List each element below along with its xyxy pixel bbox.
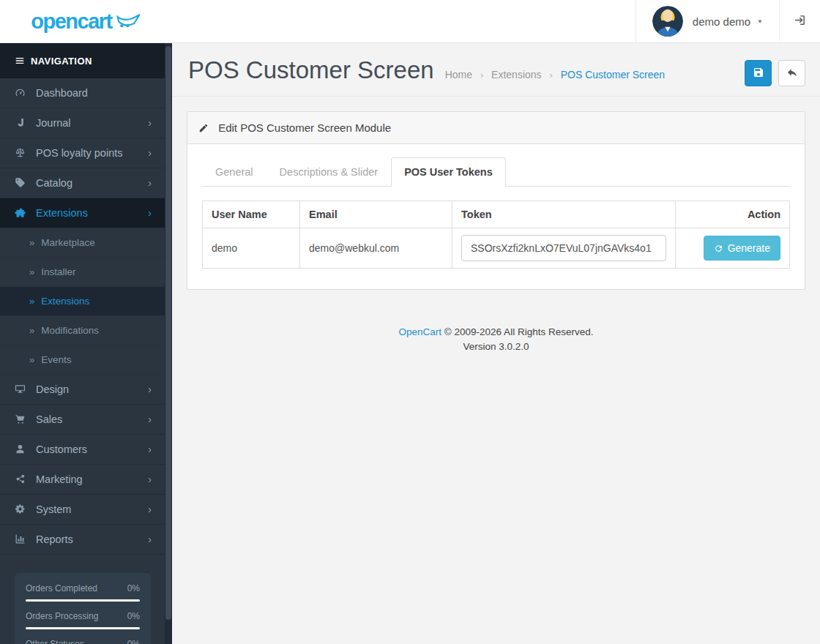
- copyright-text: © 2009-2026 All Rights Reserved.: [441, 326, 593, 337]
- angle-double-right-icon: »: [29, 296, 34, 307]
- sign-out-icon: [794, 14, 806, 29]
- stat-orders-processing: Orders Processing 0%: [26, 611, 140, 629]
- sidebar-item-journal[interactable]: Journal ›: [0, 108, 165, 138]
- user-menu-button[interactable]: demo demo ▼: [636, 0, 779, 42]
- gear-icon: [15, 503, 31, 516]
- tab-pos-user-tokens[interactable]: POS User Tokens: [391, 157, 506, 187]
- save-button[interactable]: [745, 60, 772, 86]
- breadcrumb-extensions[interactable]: Extensions: [491, 69, 541, 80]
- sidebar-subitem-extensions[interactable]: » Extensions: [0, 287, 165, 316]
- angle-double-right-icon: »: [29, 354, 34, 365]
- sidebar-item-reports[interactable]: Reports ›: [0, 525, 165, 555]
- opencart-logo-text: opencart: [31, 10, 111, 34]
- stat-value: 0%: [127, 639, 140, 644]
- stat-value: 0%: [127, 583, 140, 594]
- sidebar-item-design[interactable]: Design ›: [0, 375, 165, 405]
- column-header-user-name: User Name: [203, 201, 300, 228]
- back-icon: [786, 67, 798, 80]
- version-text: Version 3.0.2.0: [172, 340, 820, 354]
- chevron-right-icon: ›: [148, 503, 152, 515]
- sidebar-stats-panel: Orders Completed 0% Orders Processing 0%…: [15, 573, 151, 644]
- sidebar-item-catalog[interactable]: Catalog ›: [0, 168, 165, 198]
- opencart-footer-link[interactable]: OpenCart: [399, 326, 442, 337]
- opencart-cart-icon: [116, 12, 141, 30]
- breadcrumb-home[interactable]: Home: [445, 69, 472, 80]
- breadcrumb-current: POS Customer Screen: [561, 69, 665, 80]
- sidebar-subitem-marketplace[interactable]: » Marketplace: [0, 228, 165, 258]
- main-content: POS Customer Screen Home › Extensions › …: [172, 43, 820, 644]
- stat-label: Other Statuses: [26, 639, 84, 644]
- back-button[interactable]: [778, 60, 805, 86]
- chevron-right-icon: ›: [148, 177, 152, 189]
- desktop-icon: [15, 383, 31, 396]
- sidebar-item-dashboard[interactable]: Dashboard: [0, 78, 165, 108]
- scale-icon: [15, 147, 31, 160]
- column-header-token: Token: [452, 201, 676, 228]
- table-header-row: User Name Email Token Action: [203, 201, 790, 228]
- journal-icon: [15, 117, 31, 130]
- sidebar-scrollbar-track[interactable]: [165, 43, 172, 644]
- user-icon: [15, 443, 31, 456]
- sign-out-button[interactable]: [780, 0, 820, 42]
- chevron-right-icon: ›: [148, 413, 152, 425]
- sidebar-item-marketing[interactable]: Marketing ›: [0, 465, 165, 495]
- menu-icon: [15, 55, 25, 67]
- sidebar-item-pos-loyalty-points[interactable]: POS loyalty points ›: [0, 138, 165, 168]
- column-header-action: Action: [676, 201, 790, 228]
- angle-double-right-icon: »: [29, 237, 34, 248]
- chevron-right-icon: ›: [148, 207, 152, 219]
- caret-down-icon: ▼: [757, 18, 763, 25]
- page-header: POS Customer Screen Home › Extensions › …: [172, 43, 820, 97]
- cell-user-name: demo: [203, 228, 300, 269]
- tab-descriptions-slider[interactable]: Descriptions & Slider: [266, 157, 392, 187]
- column-header-email: Email: [300, 201, 452, 228]
- angle-double-right-icon: »: [29, 266, 34, 277]
- refresh-icon: [714, 243, 723, 254]
- sidebar-item-sales[interactable]: Sales ›: [0, 405, 165, 435]
- table-row: demo demo@webkul.com Generate: [203, 228, 790, 269]
- save-icon: [753, 67, 764, 80]
- tags-icon: [15, 177, 31, 190]
- chevron-right-icon: ›: [148, 443, 152, 455]
- cell-action: Generate: [676, 228, 790, 269]
- navigation-header: NAVIGATION: [0, 43, 165, 78]
- opencart-logo[interactable]: opencart: [0, 0, 172, 42]
- footer: OpenCart © 2009-2026 All Rights Reserved…: [172, 290, 820, 353]
- breadcrumb-separator: ›: [549, 70, 552, 80]
- chevron-right-icon: ›: [148, 383, 152, 395]
- tab-bar: General Descriptions & Slider POS User T…: [202, 157, 790, 187]
- breadcrumb: Home › Extensions › POS Customer Screen: [445, 69, 665, 80]
- user-area: demo demo ▼: [636, 0, 820, 42]
- chevron-right-icon: ›: [148, 533, 152, 545]
- chevron-right-icon: ›: [148, 473, 152, 485]
- sidebar-item-extensions[interactable]: Extensions ›: [0, 198, 165, 228]
- share-icon: [15, 473, 31, 486]
- user-name: demo demo: [693, 15, 750, 28]
- sidebar-subitem-events[interactable]: » Events: [0, 345, 165, 375]
- panel-body: General Descriptions & Slider POS User T…: [187, 144, 805, 289]
- pos-user-tokens-table: User Name Email Token Action demo demo@w…: [202, 201, 790, 269]
- panel-heading: Edit POS Customer Screen Module: [187, 112, 805, 144]
- cell-email: demo@webkul.com: [300, 228, 452, 269]
- generate-button[interactable]: Generate: [704, 236, 780, 261]
- puzzle-icon: [15, 207, 31, 220]
- sidebar-subitem-installer[interactable]: » Installer: [0, 258, 165, 287]
- progress-bar: [26, 627, 140, 629]
- tab-general[interactable]: General: [202, 157, 266, 187]
- sidebar-item-system[interactable]: System ›: [0, 495, 165, 525]
- navigation-header-label: NAVIGATION: [31, 56, 92, 67]
- sidebar-item-customers[interactable]: Customers ›: [0, 435, 165, 465]
- panel-heading-label: Edit POS Customer Screen Module: [218, 121, 391, 134]
- chevron-right-icon: ›: [148, 147, 152, 159]
- token-input[interactable]: [461, 235, 666, 261]
- sidebar-subitem-modifications[interactable]: » Modifications: [0, 316, 165, 345]
- top-bar: opencart demo demo ▼: [0, 0, 820, 43]
- cart-icon: [15, 413, 31, 426]
- bar-chart-icon: [15, 533, 31, 546]
- sidebar-scrollbar-thumb[interactable]: [165, 46, 171, 620]
- breadcrumb-separator: ›: [480, 70, 483, 80]
- pencil-icon: [198, 122, 209, 134]
- sidebar: NAVIGATION Dashboard Journal › POS loyal…: [0, 43, 165, 644]
- dashboard-icon: [15, 87, 31, 100]
- chevron-right-icon: ›: [148, 117, 152, 129]
